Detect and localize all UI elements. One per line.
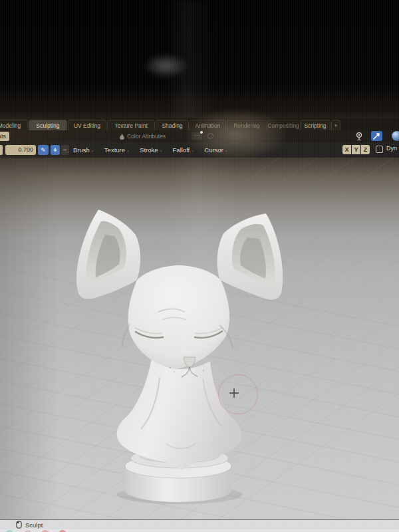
viewport-glare-band (166, 158, 239, 519)
cursor-popover-label: Cursor (204, 146, 223, 154)
notification-dot (200, 131, 203, 134)
mirror-axis-group: X Y Z (342, 145, 370, 154)
status-bar: Sculpt (0, 519, 399, 529)
monitor-screen: Modeling Sculpting UV Editing Texture Pa… (0, 0, 399, 532)
partial-left-button[interactable]: ats (0, 132, 9, 141)
chevron-down-icon: ⌄ (225, 148, 228, 152)
tab-rendering[interactable]: Rendering (227, 120, 267, 130)
chevron-down-icon: ⌄ (191, 148, 194, 152)
tab-modeling[interactable]: Modeling (0, 120, 28, 130)
matcap-sphere-icon[interactable] (392, 131, 399, 141)
brush-popover-label: Brush (73, 146, 90, 154)
workspace-tabs-bar: Modeling Sculpting UV Editing Texture Pa… (0, 118, 399, 130)
tab-scripting[interactable]: Scripting (300, 120, 331, 130)
tab-uv-editing[interactable]: UV Editing (68, 120, 106, 130)
viewport-header-row: ats Color Attributes ⋯ (0, 130, 399, 142)
tab-animation[interactable]: Animation (190, 120, 226, 130)
chevron-down-icon: ⌄ (91, 148, 94, 152)
visibility-icon[interactable] (354, 131, 364, 142)
brush-popover[interactable]: Brush ⌄ (73, 146, 94, 154)
chevron-down-icon: ⌄ (160, 148, 163, 152)
tab-texture-paint[interactable]: Texture Paint (107, 120, 155, 130)
color-attributes-control[interactable]: Color Attributes (120, 132, 166, 141)
paint-droplet-icon (120, 134, 124, 140)
brush-direction-subtract-button[interactable]: − (61, 145, 69, 155)
falloff-popover-label: Falloff (173, 146, 190, 154)
brush-popovers: Brush ⌄ Texture ⌄ Stroke ⌄ Falloff ⌄ Cur… (73, 142, 228, 158)
dark-desktop-area (0, 0, 399, 118)
color-attributes-options-button[interactable]: ⋯ (192, 132, 202, 140)
dyntopo-checkbox[interactable] (376, 146, 383, 153)
status-hint: Sculpt (25, 521, 43, 529)
color-attributes-label: Color Attributes (127, 133, 166, 140)
cropped-control (0, 145, 3, 155)
cursor-tool-icon[interactable] (371, 131, 382, 141)
dock-strip (0, 529, 399, 532)
pressure-sensitivity-toggle[interactable]: ✎ (38, 145, 49, 155)
faint-icon (207, 133, 213, 139)
cursor-popover[interactable]: Cursor ⌄ (204, 146, 228, 154)
left-vignette (0, 158, 60, 519)
add-workspace-tab[interactable]: + (331, 120, 340, 130)
mouse-icon (16, 521, 22, 529)
texture-popover[interactable]: Texture ⌄ (104, 146, 130, 154)
stroke-popover[interactable]: Stroke ⌄ (140, 146, 163, 154)
tab-shading[interactable]: Shading (156, 120, 189, 130)
3d-viewport[interactable] (0, 158, 399, 519)
dyntopo-label: Dyn (386, 145, 397, 152)
falloff-popover[interactable]: Falloff ⌄ (173, 146, 195, 154)
strength-slider[interactable]: 0.700 (5, 145, 36, 155)
mirror-y-button[interactable]: Y (352, 145, 360, 154)
tab-sculpting[interactable]: Sculpting (29, 120, 67, 130)
chevron-down-icon: ⌄ (126, 148, 130, 152)
ellipsis-icon: ⋯ (194, 132, 200, 138)
mirror-z-button[interactable]: Z (361, 145, 370, 154)
vertical-glare (165, 0, 218, 118)
brush-direction-add-button[interactable]: + (51, 145, 60, 155)
mirror-x-button[interactable]: X (342, 145, 351, 154)
tab-compositing[interactable]: Compositing (267, 120, 299, 130)
texture-popover-label: Texture (104, 146, 125, 154)
stroke-popover-label: Stroke (140, 146, 158, 154)
